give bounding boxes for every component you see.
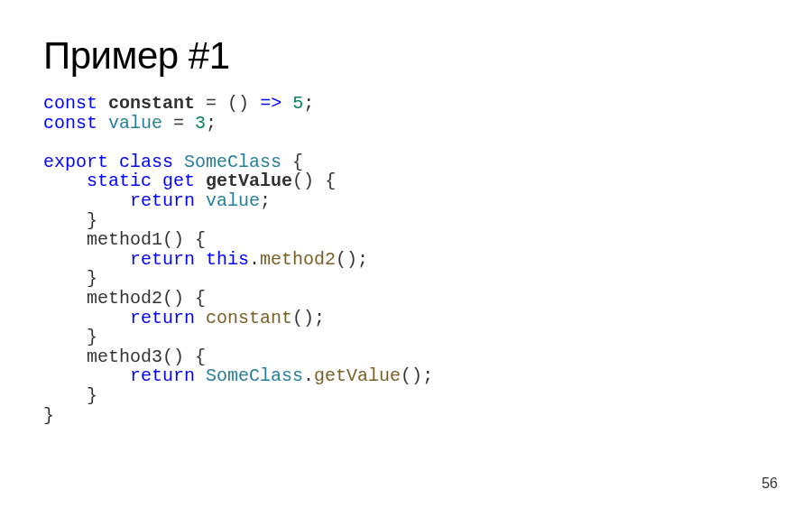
keyword-return: return <box>130 190 195 211</box>
keyword-this: this <box>206 249 249 270</box>
number-literal: 3 <box>195 113 206 134</box>
semicolon: ; <box>357 249 368 270</box>
brace-open: { <box>195 229 206 250</box>
code-block: const constant = () => 5; const value = … <box>43 94 769 425</box>
dot: . <box>249 249 260 270</box>
keyword-get: get <box>162 171 195 191</box>
brace-close: } <box>43 405 54 426</box>
function-call: constant <box>206 308 292 328</box>
parens: () <box>162 346 184 367</box>
class-name: SomeClass <box>184 152 281 172</box>
number-literal: 5 <box>292 93 303 114</box>
semicolon: ; <box>422 365 433 386</box>
semicolon: ; <box>314 308 325 328</box>
method-name: method1 <box>87 229 162 250</box>
dot: . <box>303 365 314 386</box>
semicolon: ; <box>206 113 217 134</box>
getter-call: getValue <box>314 365 401 386</box>
operator-eq: = <box>206 93 217 114</box>
keyword-export: export <box>43 152 108 172</box>
identifier: value <box>206 190 260 211</box>
brace-open: { <box>195 346 206 367</box>
keyword-const: const <box>43 113 97 134</box>
parens: () <box>162 288 184 309</box>
semicolon: ; <box>260 190 271 211</box>
parens: () <box>401 365 422 386</box>
declaration-name: value <box>108 113 162 134</box>
brace-close: } <box>87 268 97 289</box>
slide-title: Пример #1 <box>43 34 769 78</box>
brace-close: } <box>87 210 97 231</box>
paren-close: ) <box>238 93 249 114</box>
parens: () <box>162 229 184 250</box>
keyword-return: return <box>130 308 195 328</box>
method-call: method2 <box>260 249 336 270</box>
operator-eq: = <box>173 113 184 134</box>
page-number: 56 <box>761 476 778 492</box>
arrow-op: => <box>260 93 281 114</box>
paren-open: ( <box>227 93 238 114</box>
keyword-static: static <box>87 171 152 191</box>
declaration-name: constant <box>108 93 195 114</box>
keyword-return: return <box>130 249 195 270</box>
parens: () <box>292 308 314 328</box>
class-ref: SomeClass <box>206 365 303 386</box>
semicolon: ; <box>303 93 314 114</box>
method-name: method2 <box>87 288 162 309</box>
brace-open: { <box>292 152 303 172</box>
getter-name: getValue <box>206 171 292 191</box>
brace-open: { <box>325 171 336 191</box>
brace-close: } <box>87 327 97 347</box>
brace-open: { <box>195 288 206 309</box>
brace-close: } <box>87 385 97 406</box>
keyword-const: const <box>43 93 97 114</box>
parens: () <box>292 171 314 191</box>
keyword-return: return <box>130 365 195 386</box>
slide-container: Пример #1 const constant = () => 5; cons… <box>0 0 812 508</box>
keyword-class: class <box>119 152 173 172</box>
parens: () <box>336 249 357 270</box>
method-name: method3 <box>87 346 162 367</box>
